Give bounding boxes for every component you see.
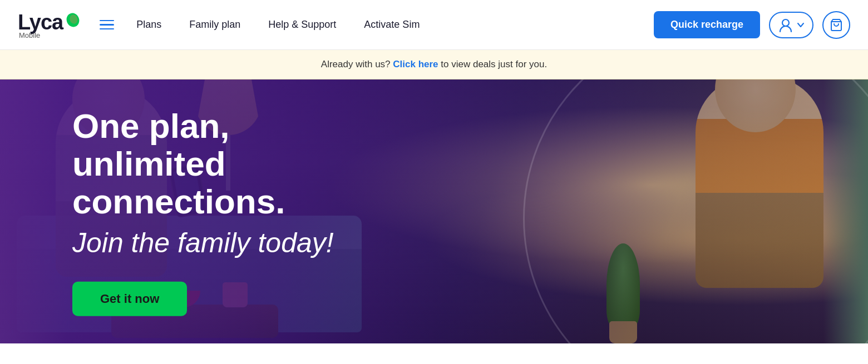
promo-text-before: Already with us? [321,59,391,69]
hero-content: One plan, unlimited connections. Join th… [72,107,434,316]
hero-subtitle: Join the family today! [72,226,434,260]
chevron-down-icon [797,21,805,29]
account-button[interactable] [769,12,813,38]
svg-point-2 [782,19,789,26]
nav-links: Plans Family plan Help & Support Activat… [136,19,654,31]
nav-right: Quick recharge [654,11,850,39]
logo-mobile-text: Mobile [19,31,40,39]
promo-banner: Already with us? Click here to view deal… [0,50,868,79]
quick-recharge-button[interactable]: Quick recharge [654,11,760,38]
nav-link-activate-sim[interactable]: Activate Sim [364,19,420,31]
hero-section: One plan, unlimited connections. Join th… [0,79,868,343]
cart-icon [830,18,843,32]
nav-link-family-plan[interactable]: Family plan [189,19,240,31]
cart-button[interactable] [822,11,850,39]
account-icon [778,17,793,33]
navbar: Lyca Mobile Plans Family plan Help & Sup… [0,0,868,50]
hero-title: One plan, unlimited connections. [72,107,434,221]
nav-link-plans[interactable]: Plans [136,19,161,31]
nav-link-help-support[interactable]: Help & Support [268,19,336,31]
promo-click-here-link[interactable]: Click here [393,59,438,69]
logo-leaf-icon [65,12,81,28]
promo-text-after: to view deals just for you. [441,59,547,69]
hero-title-line1: One plan, [72,106,229,144]
logo-link[interactable]: Lyca Mobile [18,11,81,39]
hamburger-menu[interactable] [97,18,116,32]
hero-arc-decoration [523,79,868,343]
get-it-now-button[interactable]: Get it now [72,282,187,316]
hero-title-line2: unlimited connections. [72,144,285,220]
